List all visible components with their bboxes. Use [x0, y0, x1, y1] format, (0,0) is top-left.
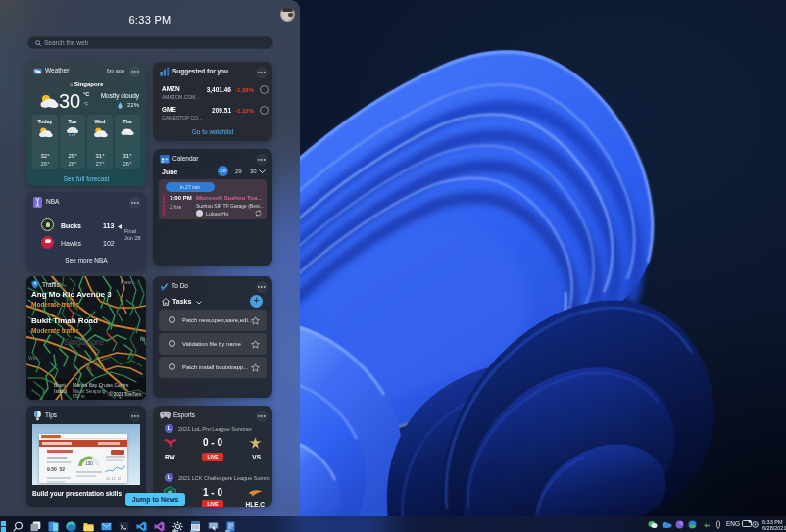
svg-text:Wes...: Wes...	[28, 355, 42, 361]
svg-text:M...: M...	[140, 336, 146, 342]
svg-text:Pasir...: Pasir...	[121, 279, 139, 285]
svg-text:Singapore: Singapore	[64, 337, 104, 347]
svg-text:130: 130	[85, 461, 93, 466]
